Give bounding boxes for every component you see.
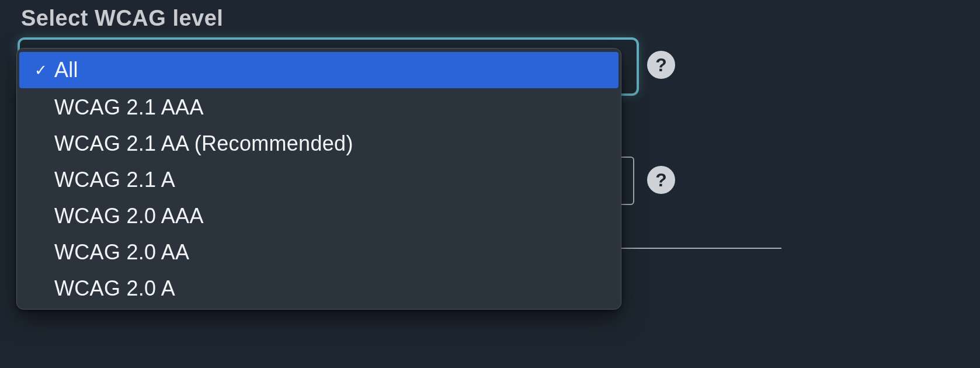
option-label: WCAG 2.0 A <box>54 276 175 301</box>
wcag-level-label: Select WCAG level <box>21 6 223 31</box>
checkmark-icon: ✓ <box>34 63 47 78</box>
wcag-level-dropdown[interactable]: ✓ All WCAG 2.1 AAA WCAG 2.1 AA (Recommen… <box>16 48 621 310</box>
option-wcag20-a[interactable]: WCAG 2.0 A <box>17 270 621 307</box>
help-icon[interactable]: ? <box>647 166 675 194</box>
option-wcag20-aa[interactable]: WCAG 2.0 AA <box>17 234 621 270</box>
question-mark-icon: ? <box>655 54 667 76</box>
option-all[interactable]: ✓ All <box>19 52 618 88</box>
option-wcag20-aaa[interactable]: WCAG 2.0 AAA <box>17 198 621 234</box>
option-label: WCAG 2.0 AAA <box>54 204 204 228</box>
question-mark-icon: ? <box>655 169 667 191</box>
option-wcag21-aa-recommended[interactable]: WCAG 2.1 AA (Recommended) <box>17 126 621 162</box>
help-icon[interactable]: ? <box>647 51 675 79</box>
option-label: WCAG 2.1 AA (Recommended) <box>54 131 353 156</box>
option-wcag21-aaa[interactable]: WCAG 2.1 AAA <box>17 89 621 126</box>
option-label: WCAG 2.1 A <box>54 168 175 192</box>
option-label: WCAG 2.1 AAA <box>54 95 204 120</box>
option-wcag21-a[interactable]: WCAG 2.1 A <box>17 162 621 198</box>
option-label: All <box>54 58 78 82</box>
option-label: WCAG 2.0 AA <box>54 240 189 265</box>
